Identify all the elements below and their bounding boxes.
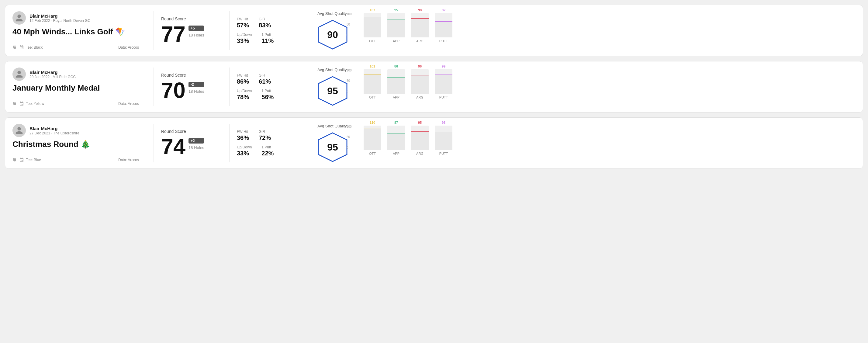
oneputt-value: 22% bbox=[261, 150, 274, 157]
score-badge-wrap: +2 18 Holes bbox=[188, 138, 204, 150]
divider bbox=[154, 124, 154, 162]
player-info: Blair McHarg 12 Feb 2022 · Royal North D… bbox=[30, 13, 90, 23]
avatar bbox=[12, 11, 26, 25]
oneputt-value: 56% bbox=[261, 94, 274, 101]
data-source: Data: Arccos bbox=[118, 101, 139, 106]
updown-value: 33% bbox=[237, 37, 252, 44]
tee-info: Tee: Black bbox=[12, 45, 42, 50]
fw-hit-value: 36% bbox=[237, 134, 249, 142]
gir-label: GIR bbox=[259, 17, 271, 21]
score-number: 74 bbox=[161, 136, 185, 157]
player-section: Blair McHarg 29 Jan 2022 · Mill Ride GCC… bbox=[12, 67, 146, 106]
score-badge-wrap: +5 18 Holes bbox=[188, 26, 204, 37]
round-title: January Monthly Medal bbox=[12, 83, 139, 93]
hexagon-value: 95 bbox=[327, 142, 338, 153]
player-meta: 12 Feb 2022 · Royal North Devon GC bbox=[30, 19, 90, 23]
hexagon-wrap: 90 bbox=[317, 20, 348, 50]
bar-col-arg: 98 ARG bbox=[411, 8, 429, 43]
tee-color: Tee: Yellow bbox=[26, 101, 44, 106]
oneputt-stat: 1 Putt 56% bbox=[261, 89, 274, 101]
tee-info: Tee: Blue bbox=[12, 157, 41, 162]
divider bbox=[305, 11, 305, 50]
oneputt-stat: 1 Putt 11% bbox=[261, 33, 274, 44]
updown-stat: Up/Down 78% bbox=[237, 89, 252, 101]
score-holes: 18 Holes bbox=[188, 145, 204, 150]
score-badge: +5 bbox=[188, 26, 204, 31]
bar-col-app: 87 APP bbox=[388, 121, 405, 155]
hexagon: 95 bbox=[317, 132, 348, 162]
score-holes: 18 Holes bbox=[188, 89, 204, 94]
bar-col-putt: 99 PUTT bbox=[435, 64, 453, 99]
bar-col-putt: 93 PUTT bbox=[435, 121, 453, 155]
score-section: Round Score 70 -2 18 Holes bbox=[161, 67, 222, 106]
oneputt-label: 1 Putt bbox=[261, 145, 274, 149]
hexagon-value: 95 bbox=[327, 86, 338, 97]
fw-hit-value: 86% bbox=[237, 78, 249, 85]
tee-color: Tee: Blue bbox=[26, 158, 41, 162]
oneputt-stat: 1 Putt 22% bbox=[261, 145, 274, 157]
hexagon-wrap: 95 bbox=[317, 76, 348, 106]
fw-hit-label: FW Hit bbox=[237, 17, 249, 21]
player-meta: 29 Jan 2022 · Mill Ride GCC bbox=[30, 75, 76, 79]
bar-col-arg: 96 ARG bbox=[411, 64, 429, 99]
player-footer: Tee: Black Data: Arccos bbox=[12, 45, 139, 50]
round-title: Christmas Round 🎄 bbox=[12, 139, 139, 149]
round-title: 40 Mph Winds... Links Golf 🪁 bbox=[12, 27, 139, 36]
player-header: Blair McHarg 12 Feb 2022 · Royal North D… bbox=[12, 11, 139, 25]
score-main: 70 -2 18 Holes bbox=[161, 80, 222, 101]
avg-quality-section: Avg Shot Quality 95 100 50 0 101 bbox=[313, 67, 453, 106]
updown-stat: Up/Down 33% bbox=[237, 145, 252, 157]
oneputt-label: 1 Putt bbox=[261, 33, 274, 37]
stats-row-top: FW Hit 36% GIR 72% bbox=[237, 129, 298, 142]
player-section: Blair McHarg 12 Feb 2022 · Royal North D… bbox=[12, 11, 146, 50]
data-source: Data: Arccos bbox=[118, 45, 139, 50]
quality-left: Avg Shot Quality 90 bbox=[317, 11, 348, 50]
score-number: 70 bbox=[161, 80, 185, 101]
fw-hit-stat: FW Hit 57% bbox=[237, 17, 249, 29]
round-card: Blair McHarg 12 Feb 2022 · Royal North D… bbox=[5, 5, 863, 56]
score-main: 74 +2 18 Holes bbox=[161, 136, 222, 157]
hexagon: 95 bbox=[317, 76, 348, 106]
score-section: Round Score 74 +2 18 Holes bbox=[161, 124, 222, 162]
score-holes: 18 Holes bbox=[188, 33, 204, 37]
divider bbox=[229, 67, 229, 106]
gir-stat: GIR 61% bbox=[259, 73, 271, 85]
oneputt-value: 11% bbox=[261, 37, 274, 44]
quality-left: Avg Shot Quality 95 bbox=[317, 67, 348, 106]
divider bbox=[154, 11, 154, 50]
score-label: Round Score bbox=[161, 17, 222, 21]
oneputt-label: 1 Putt bbox=[261, 89, 274, 93]
bar-col-putt: 82 PUTT bbox=[435, 8, 453, 43]
hexagon-value: 90 bbox=[327, 29, 338, 40]
gir-stat: GIR 83% bbox=[259, 17, 271, 29]
fw-hit-label: FW Hit bbox=[237, 129, 249, 134]
score-section: Round Score 77 +5 18 Holes bbox=[161, 11, 222, 50]
avg-quality-section: Avg Shot Quality 90 100 50 0 107 bbox=[313, 11, 453, 50]
player-name: Blair McHarg bbox=[30, 13, 90, 19]
player-header: Blair McHarg 29 Jan 2022 · Mill Ride GCC bbox=[12, 67, 139, 81]
divider bbox=[229, 11, 229, 50]
player-footer: Tee: Yellow Data: Arccos bbox=[12, 101, 139, 106]
stats-section: FW Hit 86% GIR 61% Up/Down 78% 1 Putt 56… bbox=[237, 67, 298, 106]
stats-row-bot: Up/Down 33% 1 Putt 22% bbox=[237, 145, 298, 157]
player-header: Blair McHarg 27 Dec 2021 · The Oxfordshi… bbox=[12, 124, 139, 137]
player-info: Blair McHarg 29 Jan 2022 · Mill Ride GCC bbox=[30, 70, 76, 79]
score-label: Round Score bbox=[161, 73, 222, 77]
updown-stat: Up/Down 33% bbox=[237, 33, 252, 44]
divider bbox=[305, 67, 305, 106]
updown-value: 33% bbox=[237, 150, 252, 157]
updown-label: Up/Down bbox=[237, 89, 252, 93]
avg-quality-label: Avg Shot Quality bbox=[317, 11, 348, 16]
score-label: Round Score bbox=[161, 129, 222, 134]
updown-label: Up/Down bbox=[237, 145, 252, 149]
fw-hit-stat: FW Hit 36% bbox=[237, 129, 249, 142]
score-badge: +2 bbox=[188, 138, 204, 144]
bar-col-app: 86 APP bbox=[388, 64, 405, 99]
bar-chart-wrap: 100 50 0 110 OTT 87 APP bbox=[355, 125, 453, 161]
bar-chart-wrap: 100 50 0 107 OTT 95 APP bbox=[355, 12, 453, 49]
tee-color: Tee: Black bbox=[26, 45, 42, 50]
stats-row-top: FW Hit 86% GIR 61% bbox=[237, 73, 298, 85]
stats-row-top: FW Hit 57% GIR 83% bbox=[237, 17, 298, 29]
gir-label: GIR bbox=[259, 129, 271, 134]
stats-row-bot: Up/Down 33% 1 Putt 11% bbox=[237, 33, 298, 44]
